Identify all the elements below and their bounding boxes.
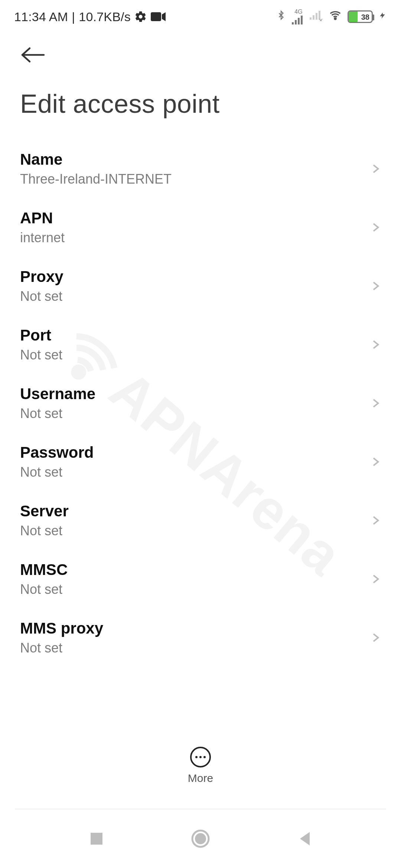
setting-label: Password: [20, 444, 370, 461]
status-bar: 11:34 AM | 10.7KB/s 4G 38: [0, 0, 401, 33]
chevron-right-icon: [370, 336, 381, 353]
nav-back-button[interactable]: [291, 826, 317, 852]
setting-label: Port: [20, 326, 370, 344]
back-button[interactable]: [20, 40, 50, 70]
setting-row-server[interactable]: Server Not set: [0, 491, 401, 550]
setting-value: Not set: [20, 523, 370, 539]
svg-rect-5: [310, 17, 312, 20]
status-speed: 10.7KB/s: [79, 10, 131, 24]
chevron-right-icon: [370, 454, 381, 470]
setting-row-port[interactable]: Port Not set: [0, 315, 401, 374]
signal-4g-icon: 4G: [292, 9, 305, 24]
setting-value: Not set: [20, 582, 370, 597]
svg-rect-1: [292, 22, 294, 24]
chevron-right-icon: [370, 571, 381, 587]
svg-rect-8: [319, 11, 320, 20]
header: [0, 33, 401, 70]
bluetooth-icon: [276, 8, 286, 25]
svg-rect-4: [301, 16, 303, 24]
status-time: 11:34 AM: [14, 10, 68, 24]
status-left: 11:34 AM | 10.7KB/s: [14, 10, 166, 24]
setting-row-mms-proxy[interactable]: MMS proxy Not set: [0, 608, 401, 667]
chevron-right-icon: [370, 512, 381, 529]
setting-value: Not set: [20, 289, 370, 304]
battery-icon: 38: [348, 10, 373, 23]
setting-label: Proxy: [20, 268, 370, 286]
more-icon: [190, 747, 211, 767]
setting-value: Three-Ireland-INTERNET: [20, 171, 370, 187]
more-action[interactable]: More: [0, 747, 401, 785]
chevron-right-icon: [370, 629, 381, 646]
status-right: 4G 38: [276, 8, 386, 25]
svg-point-9: [335, 18, 336, 19]
setting-row-username[interactable]: Username Not set: [0, 374, 401, 433]
chevron-right-icon: [370, 395, 381, 411]
svg-rect-6: [313, 15, 314, 20]
setting-row-mmsc[interactable]: MMSC Not set: [0, 550, 401, 608]
chevron-right-icon: [370, 219, 381, 236]
svg-rect-12: [91, 833, 102, 845]
setting-row-apn[interactable]: APN internet: [0, 198, 401, 257]
status-separator: |: [72, 10, 75, 24]
setting-row-name[interactable]: Name Three-Ireland-INTERNET: [0, 139, 401, 198]
svg-rect-2: [295, 20, 297, 24]
chevron-right-icon: [370, 278, 381, 294]
svg-rect-7: [316, 13, 317, 20]
setting-value: Not set: [20, 464, 370, 480]
setting-label: Username: [20, 385, 370, 403]
page-title: Edit access point: [0, 70, 401, 130]
setting-label: Name: [20, 151, 370, 168]
camera-icon: [151, 11, 166, 22]
gear-icon: [134, 10, 147, 23]
svg-rect-3: [298, 18, 300, 24]
nav-home-button[interactable]: [188, 826, 213, 852]
setting-row-proxy[interactable]: Proxy Not set: [0, 257, 401, 315]
setting-value: internet: [20, 230, 370, 246]
wifi-icon: [327, 9, 343, 24]
settings-list: Name Three-Ireland-INTERNET APN internet…: [0, 130, 401, 667]
charging-icon: [379, 9, 386, 24]
setting-value: Not set: [20, 640, 370, 656]
more-label: More: [188, 772, 213, 785]
setting-label: MMSC: [20, 561, 370, 579]
setting-value: Not set: [20, 347, 370, 363]
setting-label: APN: [20, 209, 370, 227]
chevron-right-icon: [370, 161, 381, 177]
setting-label: MMS proxy: [20, 619, 370, 637]
svg-rect-0: [151, 12, 161, 21]
nav-recents-button[interactable]: [84, 826, 110, 852]
signal-no-sim-icon: [310, 10, 323, 24]
setting-label: Server: [20, 502, 370, 520]
navigation-bar: [0, 809, 401, 868]
setting-value: Not set: [20, 406, 370, 421]
setting-row-password[interactable]: Password Not set: [0, 433, 401, 491]
svg-point-14: [195, 833, 206, 844]
